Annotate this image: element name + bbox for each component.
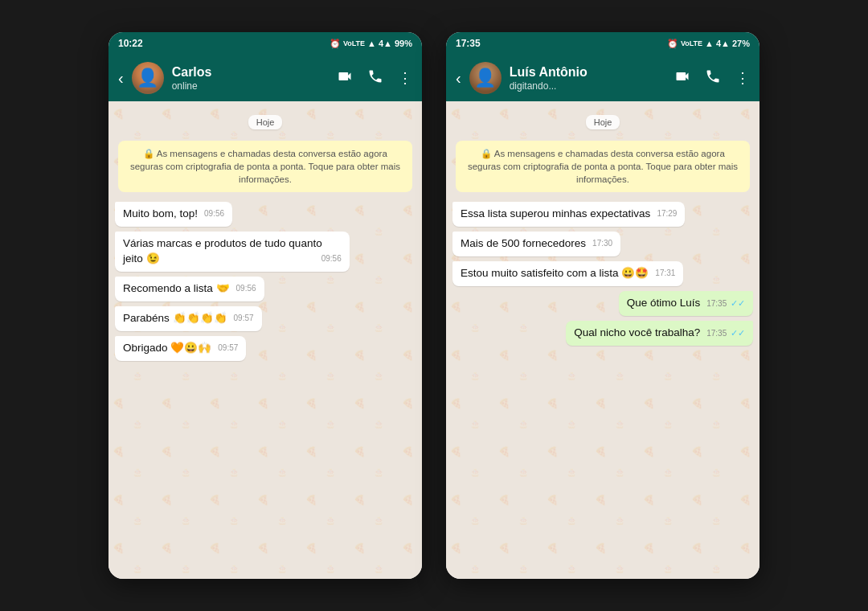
video-call-button-left[interactable] <box>337 68 353 88</box>
contact-name-right: Luís Antônio <box>510 64 666 80</box>
wifi-icon-right: ▲ <box>705 39 714 48</box>
msg-text-left-3: Recomendo a lista 🤝 <box>123 282 230 294</box>
msg-time-right-4: 17:35 ✓✓ <box>706 297 745 310</box>
menu-button-right[interactable]: ⋮ <box>735 69 750 87</box>
header-actions-left: ⋮ <box>337 68 412 88</box>
msg-time-left-4: 09:57 <box>234 313 254 324</box>
date-badge-left: Hoje <box>248 114 283 129</box>
msg-right-5: Qual nicho você trabalha? 17:35 ✓✓ <box>566 321 753 346</box>
msg-time-right-1: 17:29 <box>657 208 677 219</box>
msg-left-5: Obrigado 🧡😀🙌 09:57 <box>115 336 246 361</box>
lte-label: VoLTE <box>343 39 365 47</box>
battery-left: 99% <box>395 39 412 48</box>
msg-text-right-3: Estou muito satisfeito com a lista 😀🤩 <box>461 267 649 279</box>
contact-status-left: online <box>172 80 329 92</box>
signal-icon-right: 4▲ <box>716 39 730 48</box>
encryption-notice-left[interactable]: 🔒 As mensagens e chamadas desta conversa… <box>118 141 412 192</box>
date-badge-right: Hoje <box>586 114 620 129</box>
header-left: ‹ Carlos online ⋮ <box>108 55 422 101</box>
msg-left-1: Muito bom, top! 09:56 <box>115 202 232 227</box>
check-marks-right-5: ✓✓ <box>731 328 745 338</box>
back-button-right[interactable]: ‹ <box>456 69 461 88</box>
time-left: 10:22 <box>118 38 143 49</box>
msg-left-3: Recomendo a lista 🤝 09:56 <box>115 277 264 301</box>
msg-text-right-4: Que ótimo Luís <box>627 297 701 309</box>
msg-text-left-5: Obrigado 🧡😀🙌 <box>123 342 211 354</box>
phone-left: 10:22 ⏰ VoLTE ▲ 4▲ 99% ‹ Carlos online <box>108 32 422 579</box>
battery-right: 27% <box>732 39 750 48</box>
lock-icon-right: 🔒 <box>481 149 492 158</box>
header-actions-right: ⋮ <box>674 68 750 88</box>
chat-area-right[interactable]: Hoje 🔒 As mensagens e chamadas desta con… <box>446 101 760 579</box>
msg-right-4: Que ótimo Luís 17:35 ✓✓ <box>619 291 753 316</box>
msg-time-left-1: 09:56 <box>204 208 224 219</box>
lte-label-right: VoLTE <box>681 39 702 47</box>
msg-text-right-1: Essa lista superou minhas expectativas <box>461 207 650 219</box>
menu-button-left[interactable]: ⋮ <box>398 69 412 87</box>
msg-time-right-3: 17:31 <box>655 268 675 279</box>
phone-call-button-right[interactable] <box>705 68 721 88</box>
avatar-right <box>469 62 502 94</box>
lock-icon-left: 🔒 <box>143 149 154 158</box>
phone-call-button-left[interactable] <box>367 68 383 88</box>
contact-status-right: digitando... <box>510 80 666 92</box>
status-bar-left: 10:22 ⏰ VoLTE ▲ 4▲ 99% <box>108 32 422 55</box>
alarm-icon-right: ⏰ <box>667 39 678 49</box>
msg-time-right-5: 17:35 ✓✓ <box>706 327 745 339</box>
status-icons-right: ⏰ VoLTE ▲ 4▲ 27% <box>667 39 750 49</box>
msg-time-right-2: 17:30 <box>592 238 612 249</box>
msg-left-2: Várias marcas e produtos de tudo quanto … <box>115 232 350 272</box>
msg-right-1: Essa lista superou minhas expectativas 1… <box>452 202 685 227</box>
msg-right-3: Estou muito satisfeito com a lista 😀🤩 17… <box>452 261 683 286</box>
wifi-icon: ▲ <box>367 39 376 48</box>
contact-info-right[interactable]: Luís Antônio digitando... <box>510 64 666 91</box>
chat-area-left[interactable]: Hoje 🔒 As mensagens e chamadas desta con… <box>108 101 422 579</box>
alarm-icon: ⏰ <box>330 39 341 49</box>
msg-left-4: Parabéns 👏👏👏👏 09:57 <box>115 306 262 331</box>
contact-info-left[interactable]: Carlos online <box>172 64 329 91</box>
status-bar-right: 17:35 ⏰ VoLTE ▲ 4▲ 27% <box>446 32 760 55</box>
msg-time-left-2: 09:56 <box>321 253 342 264</box>
msg-time-left-3: 09:56 <box>236 283 256 294</box>
phones-container: 10:22 ⏰ VoLTE ▲ 4▲ 99% ‹ Carlos online <box>108 32 760 579</box>
status-icons-left: ⏰ VoLTE ▲ 4▲ 99% <box>330 39 412 49</box>
msg-text-left-2: Várias marcas e produtos de tudo quanto … <box>123 237 322 264</box>
msg-text-left-4: Parabéns 👏👏👏👏 <box>123 312 227 324</box>
msg-right-2: Mais de 500 fornecedores 17:30 <box>452 232 620 256</box>
header-right: ‹ Luís Antônio digitando... ⋮ <box>446 55 760 101</box>
signal-icon: 4▲ <box>379 39 392 48</box>
encryption-notice-right[interactable]: 🔒 As mensagens e chamadas desta conversa… <box>456 141 750 192</box>
check-marks-right-4: ✓✓ <box>731 298 745 308</box>
msg-time-left-5: 09:57 <box>218 342 238 354</box>
contact-name-left: Carlos <box>172 64 329 80</box>
back-button-left[interactable]: ‹ <box>118 69 124 88</box>
phone-right: 17:35 ⏰ VoLTE ▲ 4▲ 27% ‹ Luís Antônio di… <box>446 32 760 579</box>
msg-text-right-5: Qual nicho você trabalha? <box>574 326 700 338</box>
avatar-left <box>132 62 164 94</box>
video-call-button-right[interactable] <box>674 68 690 88</box>
msg-text-left-1: Muito bom, top! <box>123 207 198 219</box>
time-right: 17:35 <box>456 38 481 49</box>
msg-text-right-2: Mais de 500 fornecedores <box>461 237 586 249</box>
